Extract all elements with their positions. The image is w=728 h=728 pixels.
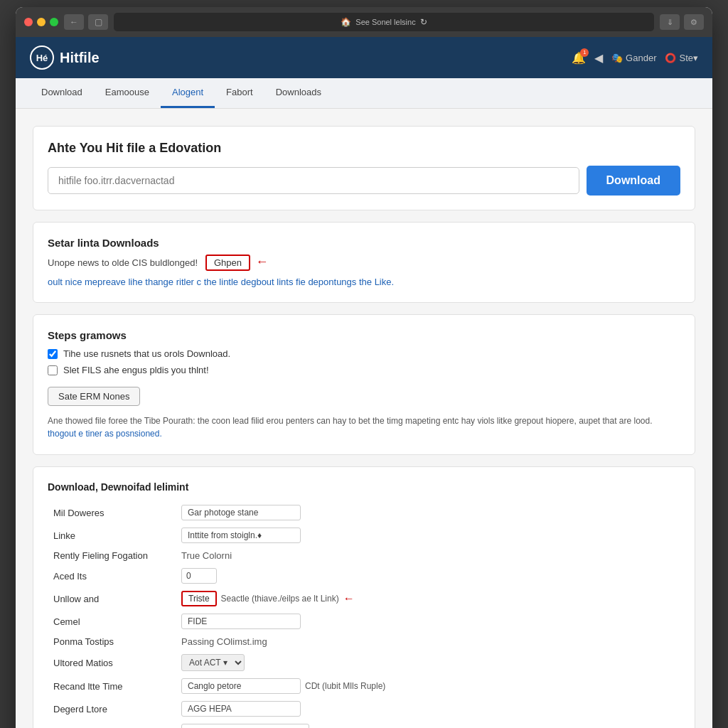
arrow-annotation: ← [256, 255, 269, 269]
checkbox-2[interactable] [48, 365, 58, 375]
checkbox-row-1: Tihe use rusnets that us orols Download. [48, 348, 680, 359]
tab-fabort[interactable]: Fabort [215, 78, 264, 108]
checkbox-1-label: Tihe use rusnets that us orols Download. [63, 348, 230, 359]
browser-window: ← ▢ 🏠 See Sonel lelsinc ↻ ⇓ ⚙ Hé Hitfile… [16, 7, 712, 728]
label-promictios: Promictios [48, 720, 176, 728]
start-link-row: oult nice mepreave lihe thange ritler c … [48, 275, 680, 288]
site-icon: 🏠 [341, 17, 351, 27]
input-promictios[interactable] [181, 724, 309, 728]
settings-table: Mil Doweres Linke Rently Fieling Fogatio… [48, 501, 680, 728]
download-manager-icon[interactable]: ⇓ [660, 14, 680, 30]
settings-row-unllow: Unllow and Triste Seactle (thiave./eilps… [48, 587, 680, 610]
back-button[interactable]: ← [64, 14, 84, 30]
notification-badge: 1 [580, 48, 589, 57]
start-title: Setar linta Downloads [48, 237, 680, 249]
search-row: Download [48, 166, 680, 196]
settings-row-ponma: Ponma Tostips Passing COlimst.img [48, 633, 680, 651]
label-cemel: Cemel [48, 610, 176, 633]
label-degerd: Degerd Ltore [48, 697, 176, 720]
label-ultored: Ultored Matios [48, 651, 176, 675]
settings-row-mil-doweres: Mil Doweres [48, 501, 680, 524]
start-desc: Unope news to olde CIS buldlonged! Ghpen… [48, 255, 680, 271]
ghpen-button[interactable]: Ghpen [205, 255, 250, 271]
value-rently: True Colorni [176, 547, 680, 564]
main-content: Ahte You Hit file a Edovation Download S… [16, 109, 712, 728]
label-recand: Recand ltte Time [48, 675, 176, 697]
header-right: 🔔 1 ◀ 🎭 Gander ⭕ Ste▾ [572, 51, 698, 65]
checkbox-1[interactable] [48, 349, 58, 359]
user1-icon: 🎭 [611, 53, 623, 63]
user2-header[interactable]: ⭕ Ste▾ [665, 53, 698, 63]
site-header: Hé Hitfile 🔔 1 ◀ 🎭 Gander ⭕ Ste▾ [16, 37, 712, 78]
traffic-lights [24, 18, 58, 26]
user2-icon: ⭕ [665, 53, 676, 63]
tab-download[interactable]: Download [30, 78, 94, 108]
logo-area: Hé Hitfile [30, 46, 100, 70]
settings-icon[interactable]: ⚙ [684, 14, 704, 30]
recand-extra: CDt (lubit Mlls Ruple) [305, 681, 385, 691]
url-input[interactable] [48, 167, 579, 194]
steps-section: Steps gramows Tihe use rusnets that us o… [33, 314, 695, 455]
tab-downloads[interactable]: Downloads [264, 78, 333, 108]
download-button[interactable]: Download [587, 166, 680, 196]
settings-row-rently: Rently Fieling Fogation True Colorni [48, 547, 680, 564]
input-aced[interactable] [181, 568, 217, 584]
browser-actions: ⇓ ⚙ [660, 14, 704, 30]
hero-title: Ahte You Hit file a Edovation [48, 141, 680, 156]
tab-alogent[interactable]: Alogent [161, 78, 215, 108]
label-aced: Aced Its [48, 564, 176, 587]
value-ponma: Passing COlimst.img [176, 633, 680, 651]
address-bar[interactable]: 🏠 See Sonel lelsinc ↻ [114, 13, 654, 31]
triste-button[interactable]: Triste [181, 591, 217, 606]
reload-icon[interactable]: ↻ [420, 17, 427, 27]
triste-desc: Seactle (thiave./eilps ae lt Link) [221, 594, 339, 604]
input-recand[interactable] [181, 678, 301, 694]
arrow-annotation-2: ← [343, 592, 355, 605]
checkbox-row-2: Slet FILS ahe engus pldis you thlnt! [48, 365, 680, 375]
browser-chrome: ← ▢ 🏠 See Sonel lelsinc ↻ ⇓ ⚙ [16, 7, 712, 37]
tab-eamoouse[interactable]: Eamoouse [94, 78, 161, 108]
settings-row-aced: Aced Its [48, 564, 680, 587]
info-text: Ane thowed file foree the Tibe Pourath: … [48, 414, 680, 440]
logo-icon: Hé [30, 46, 54, 70]
steps-title: Steps gramows [48, 329, 680, 341]
settings-row-degerd: Degerd Ltore [48, 697, 680, 720]
nav-tabs: Download Eamoouse Alogent Fabort Downloa… [16, 78, 712, 109]
user1-header[interactable]: 🎭 Gander [611, 53, 656, 63]
close-button[interactable] [24, 18, 33, 26]
user2-label: Ste▾ [679, 53, 698, 63]
maximize-button[interactable] [50, 18, 58, 26]
input-mil-doweres[interactable] [181, 505, 301, 520]
settings-row-ultored: Ultored Matios Aot ACT ▾ [48, 651, 680, 675]
user1-label: Gander [626, 53, 656, 63]
label-mil-doweres: Mil Doweres [48, 501, 176, 524]
input-linke[interactable] [181, 528, 301, 543]
checkbox-2-label: Slet FILS ahe engus pldis you thlnt! [63, 365, 209, 375]
settings-row-cemel: Cemel [48, 610, 680, 633]
input-cemel[interactable] [181, 614, 301, 629]
hero-section: Ahte You Hit file a Edovation Download [33, 126, 695, 210]
settings-section: Download, Dewnoifad lelimint Mil Doweres… [33, 466, 695, 728]
address-text: See Sonel lelsinc [355, 18, 415, 26]
browser-nav: ← ▢ [64, 14, 108, 30]
share-icon[interactable]: ◀ [594, 51, 603, 65]
select-ultored[interactable]: Aot ACT ▾ [181, 654, 245, 671]
brand-name: Hitfile [60, 50, 100, 66]
start-section: Setar linta Downloads Unope news to olde… [33, 222, 695, 303]
label-rently: Rently Fieling Fogation [48, 547, 176, 564]
info-link[interactable]: thogout e tiner as posnsioned. [48, 429, 162, 439]
settings-row-promictios: Promictios [48, 720, 680, 728]
tab-overview-button[interactable]: ▢ [88, 14, 108, 30]
label-linke: Linke [48, 524, 176, 547]
label-ponma: Ponma Tostips [48, 633, 176, 651]
minimize-button[interactable] [37, 18, 46, 26]
input-degerd[interactable] [181, 701, 301, 717]
label-unllow: Unllow and [48, 587, 176, 610]
save-settings-button[interactable]: Sate ERM Nones [48, 387, 140, 406]
start-link[interactable]: oult nice mepreave lihe thange ritler c … [48, 277, 394, 287]
settings-row-linke: Linke [48, 524, 680, 547]
settings-row-recand: Recand ltte Time CDt (lubit Mlls Ruple) [48, 675, 680, 697]
bell-icon[interactable]: 🔔 1 [572, 51, 586, 65]
settings-title: Download, Dewnoifad lelimint [48, 481, 680, 493]
